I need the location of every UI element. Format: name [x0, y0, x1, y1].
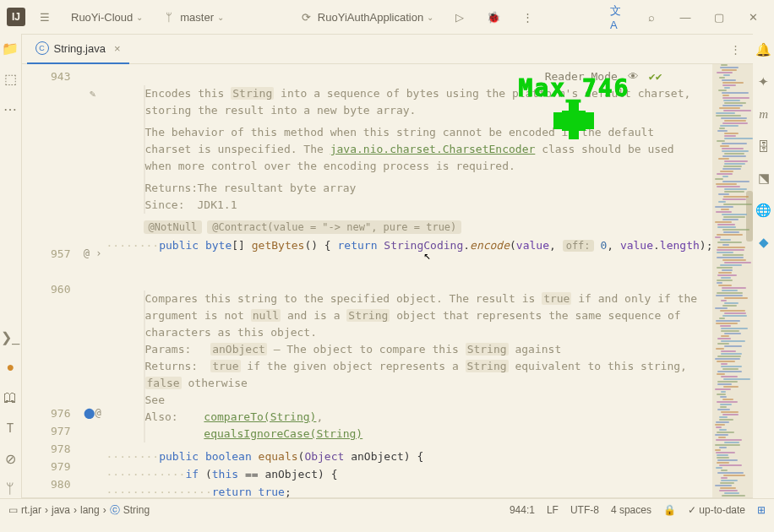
minimap[interactable] [712, 64, 753, 497]
search-button[interactable]: ⌕ [637, 6, 666, 28]
reader-mode-label[interactable]: Reader Mode [545, 68, 618, 85]
tab-label: String.java [54, 42, 106, 55]
window-close-button[interactable]: ✕ [739, 6, 767, 28]
java-class-icon: C [35, 41, 49, 55]
tab-options-button[interactable]: ⋮ [723, 43, 748, 56]
close-tab-icon[interactable]: × [114, 42, 121, 55]
window-minimize-button[interactable]: — [671, 6, 700, 28]
translate-icon: 文A [610, 9, 625, 24]
bug-icon: 🐞 [486, 9, 501, 24]
services-button[interactable]: ◆ [755, 233, 773, 252]
problems-tool-button[interactable]: ⊘ [1, 449, 19, 468]
readonly-indicator[interactable]: 🔒 [663, 504, 676, 516]
play-icon: ▷ [452, 9, 467, 24]
project-selector[interactable]: RuoYi-Cloud⌄ [64, 6, 150, 28]
bookmarks-tool-button[interactable]: 🕮 [1, 388, 19, 407]
git-branch-selector[interactable]: ᛘmaster⌄ [155, 6, 231, 28]
title-bar: IJ ☰ RuoYi-Cloud⌄ ᛘmaster⌄ ⟳RuoYiAuthApp… [0, 0, 774, 34]
line-separator[interactable]: LF [547, 504, 559, 516]
todo-tool-button[interactable]: Ｔ [1, 419, 19, 437]
editor-tabs: C String.java × ⋮ [22, 35, 754, 64]
translate-button[interactable]: 文A [603, 6, 632, 28]
chevron-down-icon: ⌄ [136, 13, 143, 22]
chevron-down-icon: ⌄ [217, 13, 224, 22]
update-status[interactable]: ✓ up-to-date [688, 504, 745, 516]
database-button[interactable]: 🗄 [755, 137, 773, 155]
editor-tab-string-java[interactable]: C String.java × [27, 34, 129, 64]
jar-icon: ▭ [8, 504, 18, 516]
notifications-button[interactable]: 🔔 [755, 41, 773, 59]
override-gutter-icon[interactable]: ⬤@ [79, 404, 106, 422]
more-actions-button[interactable]: ⋮ [513, 6, 542, 28]
see-compareto-link[interactable]: compareTo(String) [204, 410, 316, 423]
ai-assistant-button[interactable]: ✦ [755, 73, 773, 91]
run-button[interactable]: ▷ [445, 6, 474, 28]
chevron-down-icon: ⌄ [427, 13, 433, 22]
main-menu-button[interactable]: ☰ [30, 6, 59, 28]
caret-position[interactable]: 944:1 [510, 504, 535, 516]
eye-off-icon[interactable]: 👁 [628, 68, 639, 85]
file-encoding[interactable]: UTF-8 [570, 504, 599, 516]
at-gutter-icon[interactable]: @ › [79, 245, 106, 263]
maximize-icon: ▢ [711, 9, 727, 24]
inferred-annotations: @NotNull@Contract(value = "-> new", pure… [144, 219, 713, 236]
close-icon: ✕ [745, 9, 760, 24]
javadoc-getbytes: Encodes this String into a sequence of b… [144, 85, 706, 214]
left-tool-stripe: 📁 ⬚ ⋯ ❯_ ● 🕮 Ｔ ⊘ ᛘ [0, 34, 21, 498]
terminal-tool-button[interactable]: ❯_ [1, 328, 19, 346]
editor-area: C String.java × ⋮ 943 957 960 976 977 97… [21, 34, 754, 498]
endpoints-button[interactable]: 🌐 [755, 201, 773, 220]
minimize-icon: — [678, 9, 693, 24]
scrollbar-thumb[interactable] [746, 191, 753, 242]
charset-encoder-link[interactable]: java.nio.charset.CharsetEncoder [330, 143, 536, 155]
checkmark-icon[interactable]: ✔✔ [649, 68, 662, 85]
kebab-icon: ⋮ [520, 9, 535, 24]
breadcrumbs[interactable]: ▭rt.jar › java › lang › ⓒ String [8, 503, 150, 518]
search-icon: ⌕ [644, 9, 659, 24]
hamburger-icon: ☰ [37, 9, 52, 24]
branch-icon: ᛘ [161, 9, 177, 24]
debug-button[interactable]: 🐞 [479, 6, 508, 28]
project-tool-button[interactable]: 📁 [1, 39, 19, 57]
source-text[interactable]: Reader Mode 👁 ✔✔ Encodes this String int… [106, 64, 713, 497]
gutter-icons: ✎ @ › ⬤@ [79, 64, 106, 497]
status-bar: ▭rt.jar › java › lang › ⓒ String 944:1 L… [0, 498, 774, 521]
edit-gutter-icon[interactable]: ✎ [79, 85, 106, 103]
run-config-selector[interactable]: ⟳RuoYiAuthApplication⌄ [292, 6, 440, 28]
windows-icon[interactable]: ⊞ [757, 504, 766, 516]
window-maximize-button[interactable]: ▢ [705, 6, 733, 28]
see-equalsignorecase-link[interactable]: equalsIgnoreCase(String) [204, 427, 362, 440]
indent-settings[interactable]: 4 spaces [611, 504, 651, 516]
structure-tool-button[interactable]: ⬚ [1, 69, 19, 88]
vcs-tool-button[interactable]: ᛘ [1, 480, 19, 498]
right-tool-stripe: 🔔 ✦ m 🗄 ⬔ 🌐 ◆ [753, 34, 774, 498]
line-number-gutter: 943 957 960 976 977 978 979 980 981 982 [22, 64, 79, 497]
more-tools-button[interactable]: ⋯ [1, 100, 19, 118]
run-config-icon: ⟳ [299, 9, 314, 24]
git-tool-button[interactable]: ● [1, 358, 19, 377]
gradle-button[interactable]: ⬔ [755, 169, 773, 187]
code-editor[interactable]: 943 957 960 976 977 978 979 980 981 982 … [22, 64, 754, 497]
maven-button[interactable]: m [755, 105, 773, 123]
javadoc-equals: Compares this string to the specified ob… [144, 290, 706, 442]
reader-mode-banner: Reader Mode 👁 ✔✔ [545, 68, 662, 85]
app-logo[interactable]: IJ [7, 8, 25, 26]
